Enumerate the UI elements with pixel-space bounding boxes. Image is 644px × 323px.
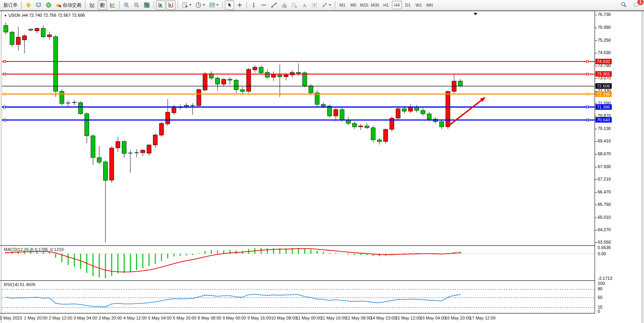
cursor-icon bbox=[226, 2, 233, 8]
rsi-axis-label: 100 bbox=[598, 281, 605, 286]
timeframe-h4-button[interactable]: H4 bbox=[392, 1, 402, 9]
time-axis-label: 4 May 12:00 bbox=[123, 316, 147, 320]
templates-icon bbox=[209, 2, 215, 8]
time-axis-label: 10 May 08:00 bbox=[271, 316, 297, 320]
timeframe-m15-button[interactable]: M15 bbox=[359, 1, 369, 9]
market-button[interactable] bbox=[24, 0, 33, 10]
chevron-down-icon[interactable] bbox=[329, 4, 331, 6]
timeframe-h1-button[interactable]: H1 bbox=[381, 1, 391, 9]
bar-chart-button[interactable] bbox=[88, 0, 97, 10]
chevron-down-icon[interactable] bbox=[189, 4, 191, 6]
pane-separator[interactable] bbox=[0, 245, 641, 246]
time-axis[interactable]: 1 May 20231 May 20:002 May 12:003 May 04… bbox=[2, 314, 641, 323]
search-button[interactable] bbox=[619, 0, 628, 10]
autotrading-button[interactable]: 自动交易 bbox=[54, 0, 83, 10]
crosshair-icon bbox=[237, 2, 243, 8]
price-tick-label: 65.010 bbox=[598, 215, 611, 219]
trendline-button[interactable] bbox=[269, 0, 279, 10]
price-tick-label: 74.530 bbox=[598, 50, 611, 55]
pane-separator[interactable] bbox=[0, 280, 641, 281]
tile-windows-icon bbox=[144, 2, 150, 8]
rsi-axis-label: 50 bbox=[598, 295, 602, 300]
one-click-trading-arrow[interactable]: ▼ bbox=[4, 14, 7, 18]
chart-area: ▼USOil-,H4 72.740 72.756 72.567 72.606 M… bbox=[0, 11, 644, 323]
svg-text:F: F bbox=[295, 6, 297, 9]
tile-windows-button[interactable] bbox=[142, 0, 151, 10]
toolbar-separator bbox=[21, 1, 22, 9]
toolbar-separator bbox=[246, 1, 247, 9]
price-tick-label: 67.210 bbox=[598, 177, 611, 181]
svg-text:A: A bbox=[303, 3, 306, 8]
price-tick-label: 67.930 bbox=[598, 164, 611, 169]
timeframe-m30-button[interactable]: M30 bbox=[370, 1, 380, 9]
chart-shift-icon bbox=[168, 2, 174, 8]
rsi-axis-label: 0 bbox=[598, 309, 600, 314]
price-pane[interactable] bbox=[2, 12, 595, 245]
crosshair-button[interactable] bbox=[235, 0, 244, 10]
time-axis-label: 16 May 04:00 bbox=[420, 316, 446, 320]
macd-axis-label: 0.5535 bbox=[598, 245, 611, 250]
timeframe-mn-button[interactable]: MN bbox=[425, 1, 435, 9]
price-tick-label: 65.750 bbox=[598, 202, 611, 207]
terminal-button[interactable] bbox=[34, 0, 43, 10]
svg-text:E: E bbox=[285, 6, 287, 8]
periods-icon bbox=[195, 2, 202, 8]
fibonacci-button[interactable]: F bbox=[290, 0, 299, 10]
time-axis-label: 16 May 20:00 bbox=[445, 316, 471, 320]
market-icon bbox=[25, 2, 32, 8]
arrows-button[interactable] bbox=[320, 0, 333, 10]
macd-pane[interactable] bbox=[2, 247, 595, 280]
horizontal-line-icon bbox=[261, 2, 267, 8]
rsi-pane[interactable] bbox=[2, 282, 595, 313]
periods-button[interactable] bbox=[194, 0, 207, 10]
cursor-button[interactable] bbox=[225, 0, 234, 10]
timeframe-m5-button[interactable]: M5 bbox=[348, 1, 358, 9]
chart-title: ▼USOil-,H4 72.740 72.756 72.567 72.606 bbox=[4, 13, 85, 18]
toolbar: 新订单自动交易EFATM1M5M15M30H1H4D1W1MN 1 bbox=[0, 0, 644, 11]
toolbar-separator bbox=[85, 1, 86, 9]
macd-axis-label: -2.1713 bbox=[598, 276, 612, 281]
notifications-button[interactable]: 1 bbox=[632, 0, 641, 10]
time-axis-label: 1 May 2023 bbox=[0, 316, 22, 320]
toolbar-separator bbox=[222, 1, 223, 9]
pane-separator bbox=[0, 313, 641, 314]
auto-scroll-icon bbox=[158, 2, 164, 8]
horizontal-line-button[interactable] bbox=[259, 0, 268, 10]
price-tick-label: 76.730 bbox=[598, 12, 611, 17]
price-axis[interactable]: 76.73075.99075.25074.53073.79073.07072.3… bbox=[595, 11, 641, 314]
timeframe-m1-button[interactable]: M1 bbox=[337, 1, 347, 9]
auto-scroll-button[interactable] bbox=[156, 0, 165, 10]
zoom-out-button[interactable] bbox=[132, 0, 141, 10]
templates-button[interactable] bbox=[207, 0, 220, 10]
chevron-down-icon[interactable] bbox=[216, 4, 219, 6]
time-axis-label: 5 May 04:00 bbox=[148, 316, 172, 320]
candlestick-chart-button[interactable] bbox=[98, 0, 107, 10]
fibonacci-icon: F bbox=[291, 2, 297, 8]
line-chart-button[interactable] bbox=[108, 0, 117, 10]
time-axis-label: 1 May 20:00 bbox=[24, 316, 48, 320]
hline-price-badge: 71.396 bbox=[595, 104, 612, 110]
zoom-out-icon bbox=[133, 2, 140, 8]
search-icon bbox=[621, 2, 627, 9]
signals-icon bbox=[46, 2, 52, 8]
button-label: 新订单 bbox=[4, 2, 18, 9]
zoom-in-button[interactable] bbox=[122, 0, 131, 10]
signals-button[interactable] bbox=[44, 0, 53, 10]
autotrading-icon bbox=[56, 2, 62, 8]
new-order-button[interactable]: 新订单 bbox=[1, 0, 19, 10]
svg-text:T: T bbox=[314, 4, 316, 7]
vertical-line-button[interactable] bbox=[249, 0, 258, 10]
chart-shift-button[interactable] bbox=[166, 0, 175, 10]
text-button[interactable]: A bbox=[300, 0, 309, 10]
equidistant-channel-button[interactable]: E bbox=[279, 0, 289, 10]
time-axis-label: 3 May 04:00 bbox=[74, 316, 97, 320]
timeframe-d1-button[interactable]: D1 bbox=[403, 1, 413, 9]
text-label-icon: T bbox=[311, 2, 318, 8]
timeframe-w1-button[interactable]: W1 bbox=[414, 1, 424, 9]
chevron-down-icon[interactable] bbox=[203, 4, 205, 6]
price-tick-label: 66.470 bbox=[598, 190, 611, 194]
current-price-badge: 72.606 bbox=[595, 83, 612, 89]
indicators-button[interactable] bbox=[180, 0, 193, 10]
text-label-button[interactable]: T bbox=[310, 0, 319, 10]
macd-label: MACD(12,26,9) 0.1785 -0.1219 bbox=[4, 247, 63, 252]
